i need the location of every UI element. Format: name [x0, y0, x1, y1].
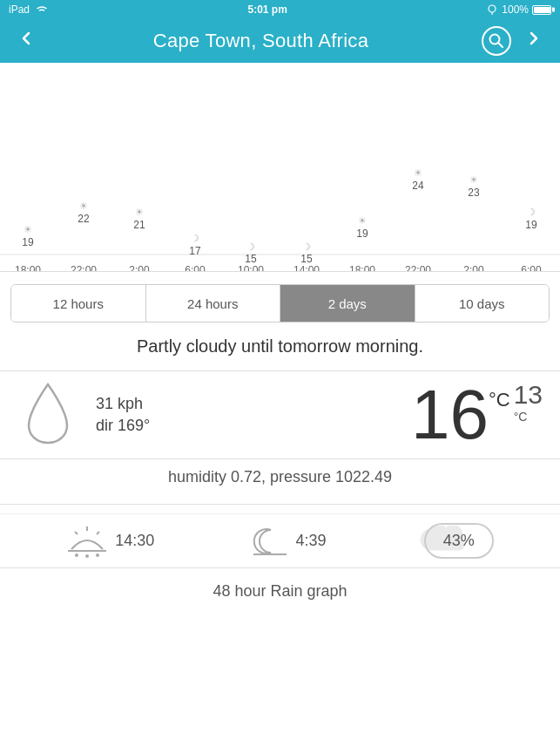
feels-like-temp: 13 °C: [514, 380, 543, 424]
bottom-row: 14:30 4:39 43%: [0, 513, 560, 567]
moonrise-time: 4:39: [295, 532, 326, 550]
svg-text:☽: ☽: [191, 233, 199, 243]
divider-2: [0, 458, 560, 459]
chart-area: ☀ 19 ☀ 22 ☀ 21 ☽ 17 ☽ 15 ☽ 15 ☀ 19 ☀ 24 …: [0, 63, 560, 272]
time-option-10d[interactable]: 10 days: [415, 285, 550, 322]
svg-point-0: [489, 5, 496, 12]
svg-text:22:00: 22:00: [405, 264, 431, 272]
temp-unit: °C: [489, 389, 510, 411]
wind-info: 31 kph dir 169°: [96, 395, 150, 435]
temperature-display: 16 °C 13 °C: [411, 380, 543, 450]
moonrise-icon: [252, 525, 288, 558]
page-title: Cape Town, South Africa: [153, 30, 368, 52]
sunrise-wrap: 14:30: [66, 525, 154, 558]
status-bar: iPad 5:01 pm 100%: [0, 0, 560, 19]
svg-text:☽: ☽: [302, 241, 311, 252]
svg-text:15: 15: [245, 253, 257, 265]
svg-text:☽: ☽: [246, 241, 255, 252]
time-option-2d[interactable]: 2 days: [280, 285, 415, 322]
current-temp: 16: [411, 380, 489, 450]
status-left: iPad: [9, 3, 49, 16]
svg-text:19: 19: [525, 219, 537, 231]
rain-graph-label: 48 hour Rain graph: [0, 568, 560, 609]
svg-point-40: [85, 554, 89, 558]
svg-text:☀: ☀: [24, 224, 32, 234]
svg-text:14:00: 14:00: [293, 264, 320, 272]
battery-percent: 100%: [502, 3, 529, 16]
header-right: [482, 26, 548, 56]
svg-text:☀: ☀: [414, 167, 422, 178]
carrier-label: iPad: [9, 3, 30, 16]
svg-text:☽: ☽: [527, 207, 536, 217]
time-option-12h[interactable]: 12 hours: [11, 285, 146, 322]
svg-text:☀: ☀: [135, 207, 144, 217]
moonrise-wrap: 4:39: [252, 525, 326, 558]
svg-text:21: 21: [133, 219, 145, 231]
feels-like-value: 13: [514, 380, 543, 410]
time-option-24h[interactable]: 24 hours: [146, 285, 281, 322]
svg-text:10:00: 10:00: [238, 264, 264, 272]
svg-text:18:00: 18:00: [349, 264, 375, 272]
status-time: 5:01 pm: [247, 3, 287, 16]
divider-3: [0, 504, 560, 505]
svg-text:15: 15: [300, 253, 313, 265]
wind-direction: dir 169°: [96, 417, 150, 435]
svg-text:23: 23: [468, 187, 480, 199]
svg-text:17: 17: [189, 245, 201, 257]
svg-point-39: [75, 553, 78, 557]
svg-line-36: [97, 532, 99, 534]
svg-text:6:00: 6:00: [185, 264, 206, 272]
svg-text:18:00: 18:00: [15, 264, 41, 272]
forward-arrow-icon: [523, 28, 544, 49]
wind-drop-icon: [22, 380, 74, 450]
svg-line-3: [498, 43, 503, 47]
svg-text:22: 22: [78, 213, 90, 225]
svg-text:☀: ☀: [79, 200, 88, 211]
svg-text:2:00: 2:00: [129, 264, 150, 272]
feels-like-unit: °C: [514, 410, 543, 424]
svg-text:24: 24: [412, 180, 424, 192]
location-icon: [486, 4, 498, 15]
weather-details: 31 kph dir 169° 16 °C 13 °C: [0, 371, 560, 458]
forward-button[interactable]: [520, 28, 548, 54]
back-arrow-icon: [16, 28, 37, 49]
search-icon: [489, 33, 504, 49]
weather-summary: Partly cloudy until tomorrow morning.: [17, 336, 543, 357]
sunrise-icon: [66, 525, 108, 558]
svg-text:☀: ☀: [469, 174, 478, 185]
status-right: 100%: [486, 3, 551, 16]
wifi-icon: [35, 4, 49, 15]
search-button[interactable]: [482, 26, 511, 56]
svg-text:☀: ☀: [358, 215, 367, 226]
svg-line-37: [75, 532, 78, 534]
wind-speed: 31 kph: [96, 395, 150, 413]
svg-text:6:00: 6:00: [521, 264, 542, 272]
svg-text:2:00: 2:00: [463, 264, 484, 272]
time-selector: 12 hours 24 hours 2 days 10 days: [10, 284, 550, 323]
svg-text:22:00: 22:00: [71, 264, 97, 272]
cloud-cover: 43%: [424, 523, 494, 559]
svg-point-41: [96, 553, 99, 557]
wind-icon-wrap: [17, 380, 78, 450]
battery-icon: [532, 5, 551, 15]
weather-chart: ☀ 19 ☀ 22 ☀ 21 ☽ 17 ☽ 15 ☽ 15 ☀ 19 ☀ 24 …: [0, 71, 560, 272]
cloud-cover-value: 43%: [443, 532, 475, 549]
svg-text:19: 19: [356, 227, 368, 240]
back-button[interactable]: [12, 28, 40, 54]
sunrise-time: 14:30: [115, 532, 154, 550]
header: Cape Town, South Africa: [0, 19, 560, 63]
humidity-pressure: humidity 0.72, pressure 1022.49: [17, 468, 543, 486]
svg-text:19: 19: [22, 236, 34, 248]
